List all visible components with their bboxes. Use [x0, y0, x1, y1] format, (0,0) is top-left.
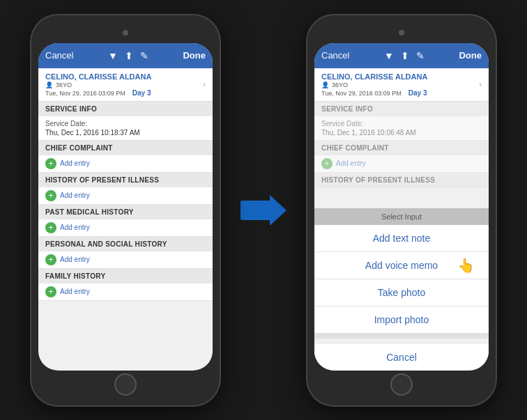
nav-icons-right: ▼ ⬆ ✎	[384, 50, 425, 61]
patient-info-right: CELINO, CLARISSE ALDANA 👤 36YO Tue, Nov …	[321, 72, 479, 97]
modal-import-photo[interactable]: Import photo	[314, 306, 489, 333]
modal-overlay: Select Input Add text note Add voice mem…	[314, 208, 489, 371]
edit-icon-right[interactable]: ✎	[416, 50, 425, 61]
screen-left: Cancel ▼ ⬆ ✎ Done CELINO, CLARISSE ALDAN…	[38, 43, 213, 371]
history-add-row-left[interactable]: + Add entry	[38, 187, 213, 204]
history-header-right: HISTORY OF PRESENT ILLNESS	[314, 173, 489, 187]
section-chief-right: CHIEF COMPLAINT + Add entry	[314, 141, 489, 173]
camera-dot-left	[123, 30, 128, 36]
home-button-left[interactable]	[114, 373, 137, 396]
done-button-left[interactable]: Done	[183, 50, 206, 61]
share-icon-left[interactable]: ⬆	[125, 50, 133, 61]
cancel-button-left[interactable]: Cancel	[45, 50, 73, 61]
nav-bar-left: Cancel ▼ ⬆ ✎ Done	[38, 43, 213, 68]
cancel-button-right[interactable]: Cancel	[321, 50, 349, 61]
section-personal-left: PERSONAL AND SOCIAL HISTORY + Add entry	[38, 237, 213, 269]
chief-header-left: CHIEF COMPLAINT	[38, 141, 213, 155]
service-date-value-right: Thu, Dec 1, 2016 10:06:48 AM	[321, 129, 482, 137]
phone-inner-right: Cancel ▼ ⬆ ✎ Done CELINO, CLARISSE ALDAN…	[314, 43, 489, 371]
chief-header-right: CHIEF COMPLAINT	[314, 141, 489, 155]
scene: Cancel ▼ ⬆ ✎ Done CELINO, CLARISSE ALDAN…	[0, 0, 527, 420]
chief-add-row-left[interactable]: + Add entry	[38, 155, 213, 172]
form-content-left: SERVICE INFO Service Date: Thu, Dec 1, 2…	[38, 102, 213, 371]
phone-inner-left: Cancel ▼ ⬆ ✎ Done CELINO, CLARISSE ALDAN…	[38, 43, 213, 371]
modal-add-text-note[interactable]: Add text note	[314, 225, 489, 252]
patient-icon-left: 👤	[45, 81, 53, 88]
phone-top-bar-left	[38, 22, 213, 43]
phone-right: Cancel ▼ ⬆ ✎ Done CELINO, CLARISSE ALDAN…	[307, 15, 496, 405]
add-chief-icon-left: +	[45, 158, 56, 169]
select-input-label: Select Input	[314, 208, 489, 225]
cursor-hand-icon: 👆	[457, 257, 475, 274]
nav-bar-right: Cancel ▼ ⬆ ✎ Done	[314, 43, 489, 68]
patient-timestamp-left: Tue, Nov 29, 2016 03:09 PM Day 3	[45, 89, 203, 97]
section-service-info-right: SERVICE INFO Service Date: Thu, Dec 1, 2…	[314, 102, 489, 141]
patient-details-left: 👤 36YO	[45, 81, 203, 88]
section-history-left: HISTORY OF PRESENT ILLNESS + Add entry	[38, 173, 213, 205]
chief-add-row-right: + Add entry	[314, 155, 489, 172]
phone-left: Cancel ▼ ⬆ ✎ Done CELINO, CLARISSE ALDAN…	[31, 15, 220, 405]
patient-info-left: CELINO, CLARISSE ALDANA 👤 36YO Tue, Nov …	[45, 72, 203, 97]
nav-icons-left: ▼ ⬆ ✎	[108, 50, 148, 61]
add-chief-text-left[interactable]: Add entry	[60, 160, 90, 167]
patient-age-left: 36YO	[56, 81, 72, 88]
section-chief-left: CHIEF COMPLAINT + Add entry	[38, 141, 213, 173]
modal-separator	[314, 333, 489, 339]
section-history-right: HISTORY OF PRESENT ILLNESS	[314, 173, 489, 188]
past-medical-add-row-left[interactable]: + Add entry	[38, 219, 213, 236]
service-info-header-left: SERVICE INFO	[38, 102, 213, 116]
patient-details-right: 👤 36YO	[321, 81, 479, 88]
camera-dot-right	[399, 30, 404, 36]
add-family-text-left[interactable]: Add entry	[60, 288, 90, 295]
chevron-right-right: ›	[479, 79, 482, 89]
add-personal-text-left[interactable]: Add entry	[60, 256, 90, 263]
phone-top-bar-right	[314, 22, 489, 43]
personal-header-left: PERSONAL AND SOCIAL HISTORY	[38, 237, 213, 251]
service-info-header-right: SERVICE INFO	[314, 102, 489, 116]
service-info-body-left: Service Date: Thu, Dec 1, 2016 10:18:37 …	[38, 116, 213, 140]
patient-name-right: CELINO, CLARISSE ALDANA	[321, 72, 479, 81]
done-button-right[interactable]: Done	[459, 50, 482, 61]
add-history-text-left[interactable]: Add entry	[60, 192, 90, 199]
arrow-head	[270, 195, 287, 226]
phone-bottom-bar-right	[314, 371, 489, 398]
patient-age-right: 36YO	[332, 81, 348, 88]
share-icon-right[interactable]: ⬆	[401, 50, 409, 61]
edit-icon-left[interactable]: ✎	[140, 50, 148, 61]
add-chief-text-right: Add entry	[336, 160, 366, 167]
patient-row-left[interactable]: CELINO, CLARISSE ALDANA 👤 36YO Tue, Nov …	[38, 68, 213, 102]
modal-take-photo[interactable]: Take photo	[314, 279, 489, 306]
history-header-left: HISTORY OF PRESENT ILLNESS	[38, 173, 213, 187]
family-add-row-left[interactable]: + Add entry	[38, 283, 213, 300]
section-past-medical-left: PAST MEDICAL HISTORY + Add entry	[38, 205, 213, 237]
past-medical-header-left: PAST MEDICAL HISTORY	[38, 205, 213, 219]
screen-right: Cancel ▼ ⬆ ✎ Done CELINO, CLARISSE ALDAN…	[314, 43, 489, 371]
chevron-right-left: ›	[203, 79, 206, 89]
day-badge-left: Day 3	[132, 89, 151, 97]
patient-row-right[interactable]: CELINO, CLARISSE ALDANA 👤 36YO Tue, Nov …	[314, 68, 489, 102]
personal-add-row-left[interactable]: + Add entry	[38, 251, 213, 268]
add-past-medical-text-left[interactable]: Add entry	[60, 224, 90, 231]
service-date-label-right: Service Date:	[321, 120, 482, 127]
arrow-container	[240, 195, 287, 226]
service-date-value-left: Thu, Dec 1, 2016 10:18:37 AM	[45, 129, 206, 137]
add-chief-icon-right: +	[321, 158, 333, 169]
section-family-left: FAMILY HISTORY + Add entry	[38, 269, 213, 301]
filter-icon-left[interactable]: ▼	[108, 50, 118, 61]
section-service-info-left: SERVICE INFO Service Date: Thu, Dec 1, 2…	[38, 102, 213, 141]
patient-name-left: CELINO, CLARISSE ALDANA	[45, 72, 203, 81]
patient-icon-right: 👤	[321, 81, 329, 88]
home-button-right[interactable]	[390, 373, 413, 396]
arrow-body	[240, 201, 270, 220]
add-history-icon-left: +	[45, 190, 56, 201]
arrow-right-shape	[240, 195, 287, 226]
day-badge-right: Day 3	[408, 89, 427, 97]
patient-timestamp-right: Tue, Nov 29, 2016 03:09 PM Day 3	[321, 89, 479, 97]
phone-bottom-bar-left	[38, 371, 213, 398]
filter-icon-right[interactable]: ▼	[384, 50, 394, 61]
modal-cancel-button[interactable]: Cancel	[314, 344, 489, 371]
add-personal-icon-left: +	[45, 254, 56, 265]
service-info-body-right: Service Date: Thu, Dec 1, 2016 10:06:48 …	[314, 116, 489, 140]
service-date-label-left: Service Date:	[45, 120, 206, 127]
modal-add-voice-memo[interactable]: Add voice memo 👆	[314, 252, 489, 279]
